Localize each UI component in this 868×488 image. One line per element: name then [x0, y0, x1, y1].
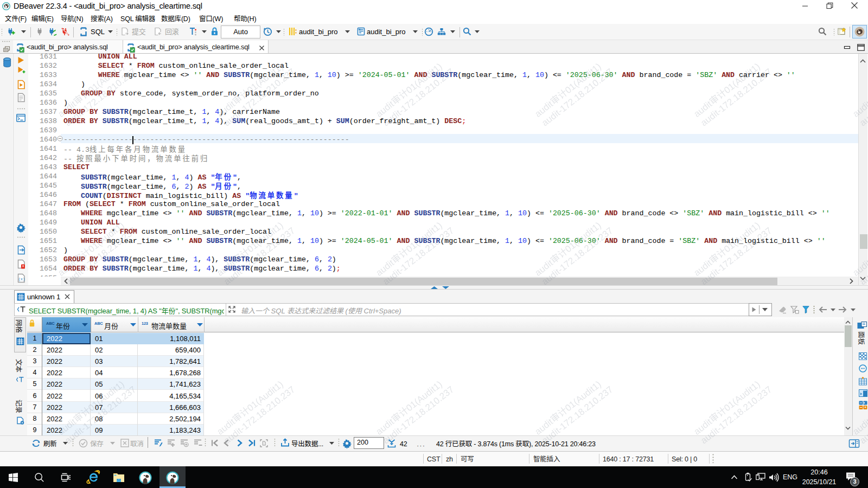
svg-text:(x): (x) — [18, 277, 25, 281]
